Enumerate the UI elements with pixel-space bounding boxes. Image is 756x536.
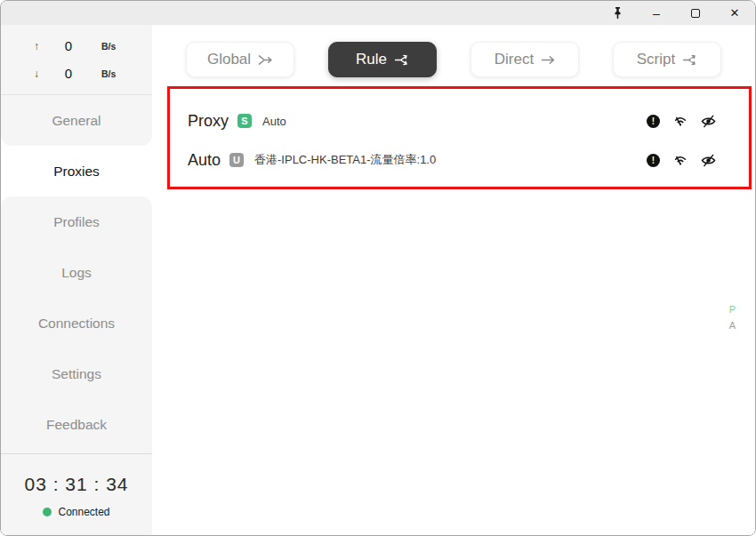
upload-unit: B/s: [91, 41, 116, 52]
mode-label: Rule: [356, 51, 387, 68]
mode-switcher: Global Rule Direct: [152, 42, 755, 77]
uptime-timer: 03 : 31 : 34: [24, 474, 128, 495]
status-label: Connected: [58, 506, 109, 518]
index-letter-p[interactable]: P: [729, 301, 736, 317]
selected-proxy: 香港-IPLC-HK-BETA1-流量倍率:1.0: [254, 152, 436, 168]
speedtest-icon[interactable]: [673, 114, 688, 128]
download-value: 0: [46, 66, 91, 81]
minimize-button[interactable]: –: [648, 5, 664, 21]
mode-button-global[interactable]: Global: [186, 42, 294, 77]
group-name: Auto: [188, 151, 221, 170]
proxy-group-row[interactable]: Proxy S Auto !: [152, 101, 755, 140]
split-arrow-dashed-icon: [682, 54, 697, 66]
group-actions: !: [647, 153, 716, 167]
group-name: Proxy: [188, 112, 229, 131]
mode-button-direct[interactable]: Direct: [470, 42, 579, 77]
download-unit: B/s: [91, 68, 116, 79]
proxy-group-row[interactable]: Auto U 香港-IPLC-HK-BETA1-流量倍率:1.0 !: [152, 140, 755, 180]
main-content: Global Rule Direct: [152, 25, 755, 535]
mode-button-script[interactable]: Script: [613, 42, 721, 77]
close-button[interactable]: ✕: [727, 5, 743, 21]
sidebar-item-proxies[interactable]: Proxies: [1, 146, 152, 196]
up-arrow-icon: ↑: [34, 40, 46, 52]
arrow-right-icon: [541, 54, 555, 66]
traffic-stats: ↑ 0 B/s ↓ 0 B/s: [1, 25, 152, 94]
eye-off-icon[interactable]: [701, 154, 716, 167]
connection-status: Connected: [43, 506, 109, 518]
eye-off-icon[interactable]: [701, 115, 716, 128]
sidebar-item-logs[interactable]: Logs: [1, 247, 152, 298]
group-type-badge: U: [229, 153, 244, 167]
sidebar-item-connections[interactable]: Connections: [1, 298, 152, 348]
sidebar-item-general[interactable]: General: [1, 95, 152, 146]
mode-label: Direct: [495, 51, 534, 68]
alert-icon[interactable]: !: [647, 115, 660, 128]
selected-proxy: Auto: [262, 115, 286, 128]
status-dot: [43, 508, 52, 516]
down-arrow-icon: ↓: [34, 68, 46, 80]
sidebar: ↑ 0 B/s ↓ 0 B/s General Proxies Profiles…: [1, 25, 152, 535]
sidebar-item-profiles[interactable]: Profiles: [1, 196, 152, 247]
upload-value: 0: [46, 38, 91, 53]
sidebar-item-feedback[interactable]: Feedback: [1, 399, 152, 450]
sidebar-footer: 03 : 31 : 34 Connected: [1, 454, 152, 535]
maximize-button[interactable]: [688, 5, 704, 21]
group-actions: !: [647, 114, 716, 128]
maximize-icon: [691, 9, 700, 18]
download-rate: ↓ 0 B/s: [1, 60, 152, 87]
sidebar-bottom-block: Profiles Logs Connections Settings Feedb…: [1, 196, 152, 535]
titlebar: – ✕: [1, 1, 755, 25]
pin-icon[interactable]: [609, 5, 625, 21]
mode-button-rule[interactable]: Rule: [328, 42, 437, 77]
speedtest-icon[interactable]: [673, 153, 688, 167]
proxy-groups: Proxy S Auto !: [152, 101, 755, 180]
group-index-nav: P A: [729, 301, 736, 333]
sidebar-item-settings[interactable]: Settings: [1, 348, 152, 399]
split-arrow-icon: [394, 54, 409, 66]
app-window: – ✕ ↑ 0 B/s ↓ 0 B/s General Proxies: [0, 0, 756, 536]
group-type-badge: S: [237, 114, 252, 128]
upload-rate: ↑ 0 B/s: [1, 32, 152, 60]
index-letter-a[interactable]: A: [729, 317, 736, 333]
merge-arrow-icon: [258, 54, 273, 66]
mode-label: Global: [207, 51, 251, 68]
mode-label: Script: [637, 51, 675, 68]
sidebar-top-block: ↑ 0 B/s ↓ 0 B/s General: [1, 25, 152, 146]
alert-icon[interactable]: !: [647, 154, 660, 167]
